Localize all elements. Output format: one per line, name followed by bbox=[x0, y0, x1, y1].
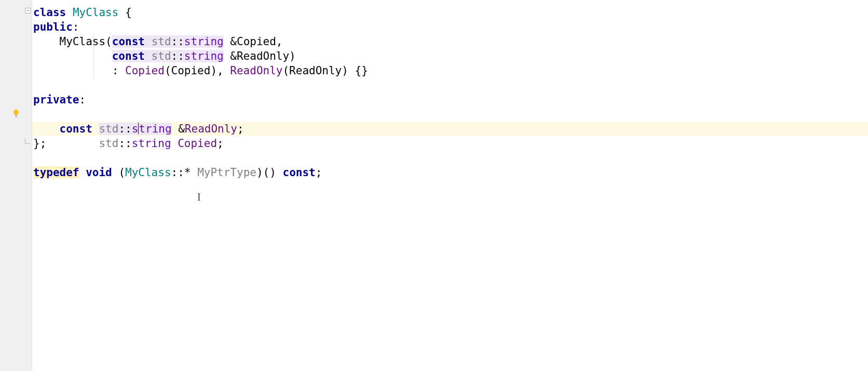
code-line[interactable]: const std::string &ReadOnly) bbox=[32, 49, 868, 63]
ibeam-cursor-icon: I bbox=[197, 191, 201, 203]
constructor-name: MyClass bbox=[60, 35, 106, 48]
code-line[interactable]: std::string Copied; bbox=[32, 107, 868, 122]
code-line[interactable]: MyClass(const std::string &Copied, bbox=[32, 34, 868, 49]
code-line[interactable]: private: bbox=[32, 92, 868, 107]
code-line-blank[interactable] bbox=[32, 78, 868, 92]
svg-rect-0 bbox=[15, 115, 18, 116]
keyword-private: private bbox=[33, 94, 79, 106]
code-line[interactable]: }; bbox=[32, 136, 868, 151]
class-name: MyClass bbox=[73, 6, 119, 19]
code-line[interactable]: : Copied(Copied), ReadOnly(ReadOnly) {} bbox=[32, 63, 868, 78]
fold-open-icon[interactable] bbox=[24, 7, 31, 14]
code-editor[interactable]: class MyClass { public: MyClass(const st… bbox=[0, 0, 868, 371]
typedef-name: MyPtrType bbox=[197, 166, 256, 179]
code-line[interactable]: class MyClass { bbox=[32, 5, 868, 20]
keyword-typedef: typedef bbox=[33, 166, 79, 179]
code-line[interactable]: typedef void (MyClass::* MyPtrType)() co… bbox=[32, 165, 868, 180]
fold-end-icon[interactable] bbox=[24, 138, 31, 144]
code-line-current[interactable]: const std::string &ReadOnly; bbox=[32, 122, 868, 136]
keyword-public: public bbox=[33, 21, 73, 33]
code-line-blank[interactable] bbox=[32, 151, 868, 165]
keyword-class: class bbox=[33, 6, 66, 19]
code-area[interactable]: class MyClass { public: MyClass(const st… bbox=[32, 0, 868, 371]
svg-rect-1 bbox=[15, 117, 17, 117]
text-caret bbox=[138, 123, 139, 134]
member-readonly: ReadOnly bbox=[185, 123, 237, 135]
code-line[interactable]: public: bbox=[32, 20, 868, 34]
lightbulb-icon[interactable] bbox=[11, 109, 21, 118]
editor-gutter bbox=[0, 0, 32, 371]
